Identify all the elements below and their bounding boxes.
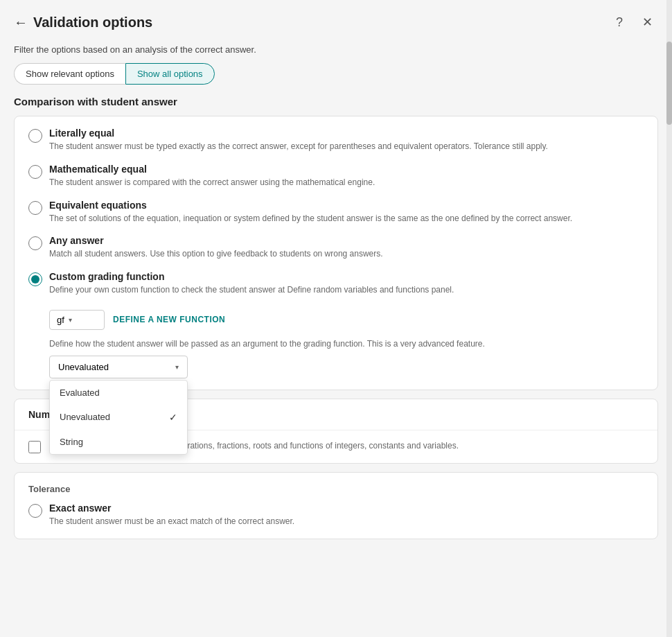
define-function-link[interactable]: DEFINE A NEW FUNCTION	[113, 315, 225, 324]
radio-exact-answer[interactable]	[28, 504, 42, 518]
filter-description: Filter the options based on an analysis …	[0, 42, 672, 63]
dropdown-string-label: String	[60, 437, 83, 447]
scrollbar-track	[666, 0, 672, 637]
radio-custom-grading-desc: Define your own custom function to check…	[49, 284, 644, 296]
radio-option-literally-equal: Literally equal The student answer must …	[28, 128, 644, 152]
comparison-section-title: Comparison with student answer	[14, 96, 658, 107]
dropdown-item-string[interactable]: String	[50, 430, 187, 454]
dropdown-evaluated-label: Evaluated	[60, 387, 100, 398]
function-value: gf	[57, 315, 64, 325]
function-dropdown[interactable]: gf ▾	[49, 310, 105, 330]
help-button[interactable]: ?	[608, 11, 630, 33]
filter-toggle-group: Show relevant options Show all options	[0, 63, 672, 96]
page-title: Validation options	[33, 15, 608, 30]
check-icon: ✓	[169, 412, 177, 423]
radio-literally-equal-desc: The student answer must be typed exactly…	[49, 141, 644, 152]
eval-dropdown-label: Unevaluated	[58, 362, 109, 372]
radio-custom-grading[interactable]	[28, 272, 42, 286]
radio-option-any-answer: Any answer Match all student answers. Us…	[28, 235, 644, 260]
tolerance-option-label: Exact answer	[49, 503, 644, 514]
radio-mathematically-equal[interactable]	[28, 165, 42, 179]
dropdown-item-evaluated[interactable]: Evaluated	[50, 381, 187, 405]
radio-any-answer-desc: Match all student answers. Use this opti…	[49, 248, 644, 260]
dropdown-unevaluated-label: Unevaluated	[60, 412, 110, 422]
comparison-card: Literally equal The student answer must …	[14, 116, 658, 390]
show-all-button[interactable]: Show all options	[125, 63, 215, 85]
radio-any-answer-label: Any answer	[49, 235, 644, 246]
eval-dropdown-chevron: ▾	[175, 363, 179, 371]
radio-literally-equal[interactable]	[28, 129, 42, 143]
radio-equivalent-equations[interactable]	[28, 201, 42, 215]
radio-option-equivalent-equations: Equivalent equations The set of solution…	[28, 200, 644, 225]
header-actions: ? ✕	[608, 11, 658, 33]
radio-equivalent-equations-desc: The set of solutions of the equation, in…	[49, 213, 644, 225]
help-icon: ?	[616, 15, 623, 30]
arg-description: Define how the student answer will be pa…	[49, 338, 644, 350]
radio-option-custom-grading: Custom grading function Define your own …	[28, 271, 644, 378]
show-relevant-button[interactable]: Show relevant options	[14, 63, 125, 85]
back-icon: ←	[14, 15, 28, 30]
close-button[interactable]: ✕	[636, 11, 658, 33]
radio-mathematically-equal-desc: The student answer is compared with the …	[49, 177, 644, 189]
radio-equivalent-equations-label: Equivalent equations	[49, 200, 644, 211]
eval-dropdown-menu: Evaluated Unevaluated ✓ String	[49, 380, 188, 455]
radio-mathematically-equal-label: Mathematically equal	[49, 164, 644, 175]
radio-custom-grading-label: Custom grading function	[49, 271, 644, 282]
close-icon: ✕	[642, 15, 653, 30]
eval-dropdown[interactable]: Unevaluated ▾	[49, 356, 188, 378]
chevron-down-icon: ▾	[69, 316, 72, 324]
radio-literally-equal-label: Literally equal	[49, 128, 644, 139]
radio-option-mathematically-equal: Mathematically equal The student answer …	[28, 164, 644, 189]
dialog-container: ← Validation options ? ✕ Filter the opti…	[0, 0, 672, 637]
dialog-header: ← Validation options ? ✕	[0, 0, 672, 42]
custom-grading-section: gf ▾ DEFINE A NEW FUNCTION Define how th…	[49, 304, 644, 378]
function-row: gf ▾ DEFINE A NEW FUNCTION	[49, 310, 644, 330]
numbers-checkbox[interactable]	[28, 441, 41, 453]
tolerance-option-desc: The student answer must be an exact matc…	[49, 516, 644, 527]
back-button[interactable]: ←	[14, 12, 33, 33]
radio-option-exact-answer: Exact answer The student answer must be …	[28, 503, 644, 527]
eval-dropdown-container: Unevaluated ▾ Evaluated Unevaluated	[49, 356, 644, 378]
tolerance-card: Tolerance Exact answer The student answe…	[14, 472, 658, 539]
radio-any-answer[interactable]	[28, 236, 42, 250]
tolerance-section-title: Tolerance	[28, 484, 644, 494]
content-area: Comparison with student answer Literally…	[0, 96, 672, 548]
dropdown-item-unevaluated[interactable]: Unevaluated ✓	[50, 405, 187, 430]
scrollbar-thumb[interactable]	[666, 42, 672, 125]
